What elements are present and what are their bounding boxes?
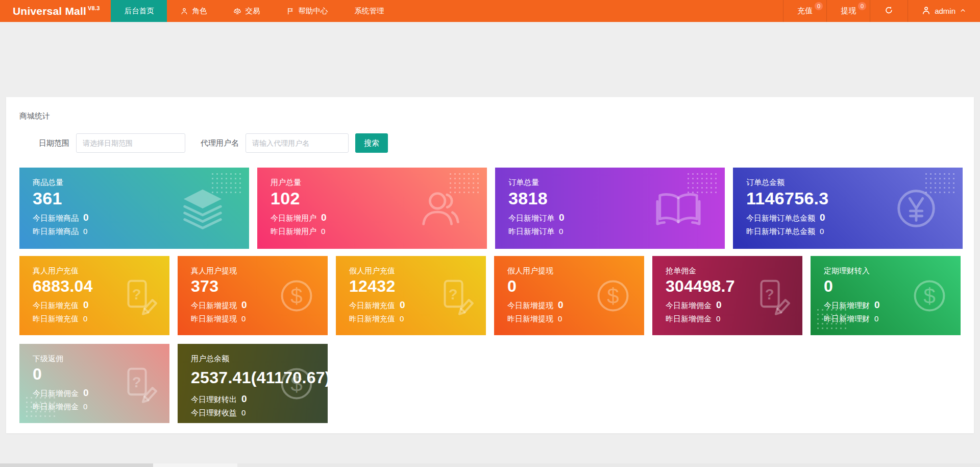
stat-card-value: 102 — [271, 189, 487, 208]
stat-today-value: 0 — [321, 212, 327, 223]
stat-card-title: 订单总量 — [508, 178, 725, 188]
horizontal-scrollbar[interactable] — [0, 463, 980, 467]
nav-item-label: 帮助中心 — [298, 6, 328, 16]
stat-today-value: 0 — [874, 299, 880, 311]
stat-card-sub-rebate: 下级返佣 0 今日新增佣金 0 昨日新增佣金 0 ? — [19, 344, 169, 423]
stat-today-value: 0 — [241, 393, 247, 405]
stat-today-label: 今日新增订单 — [508, 214, 554, 223]
date-range-input[interactable] — [76, 133, 185, 153]
header-actions: 充值 0 提现 0 admin — [783, 0, 980, 22]
stat-card-title: 下级返佣 — [33, 354, 169, 364]
stat-today-label: 今日新增佣金 — [666, 301, 712, 311]
stat-card-value: 373 — [191, 277, 328, 296]
stat-card-users-total: 用户总量 102 今日新增用户 0 昨日新增用户 0 — [257, 168, 487, 249]
withdraw-button[interactable]: 提现 0 — [826, 0, 870, 22]
scrollbar-gap — [153, 463, 237, 467]
nav-item-roles[interactable]: 角色 — [167, 0, 220, 22]
agent-name-input[interactable] — [246, 133, 349, 153]
stat-yesterday-label: 昨日新增充值 — [349, 314, 395, 324]
stat-card-grab-commission: 抢单佣金 304498.7 今日新增佣金 0 昨日新增佣金 0 ? — [652, 256, 802, 335]
user-icon — [180, 7, 188, 15]
stats-panel: 商城统计 日期范围 代理用户名 搜索 商品总量 361 今日新增商品 0 昨日新… — [6, 97, 974, 433]
stat-card-title: 用户总余额 — [191, 354, 328, 364]
stat-card-value: 304498.7 — [666, 277, 802, 296]
nav-item-label: 角色 — [192, 6, 207, 16]
nav-item-label: 系统管理 — [354, 6, 384, 16]
scales-icon — [233, 7, 241, 15]
stat-card-value: 12432 — [349, 277, 486, 296]
nav-item-label: 后台首页 — [124, 6, 154, 16]
stat-card-finance-in: 定期理财转入 0 今日新增理财 0 昨日新增理财 0 $ — [811, 256, 961, 335]
date-range-label: 日期范围 — [39, 138, 69, 148]
stat-card-goods-total: 商品总量 361 今日新增商品 0 昨日新增商品 0 — [19, 168, 249, 249]
agent-name-label: 代理用户名 — [201, 138, 239, 148]
stat-card-title: 假人用户提现 — [507, 266, 644, 276]
stat-card-value: 6883.04 — [33, 277, 169, 296]
user-menu[interactable]: admin — [908, 0, 980, 22]
stat-today-value: 0 — [241, 299, 247, 311]
stat-today-label: 今日理财转出 — [191, 395, 237, 405]
count-badge: 0 — [815, 2, 823, 10]
scrollbar-thumb[interactable] — [0, 463, 153, 467]
stat-yesterday-value: 0 — [83, 402, 87, 411]
stat-today-value: 0 — [83, 299, 89, 311]
stat-card-title: 用户总量 — [271, 178, 487, 188]
stat-yesterday-label: 昨日新增商品 — [33, 227, 79, 237]
stat-yesterday-label: 昨日新增用户 — [271, 227, 316, 237]
stat-yesterday-label: 今日理财收益 — [191, 408, 237, 418]
stat-card-title: 假人用户充值 — [349, 266, 486, 276]
nav-item-system[interactable]: 系统管理 — [341, 0, 397, 22]
stat-yesterday-value: 0 — [874, 314, 878, 323]
stat-cards-row-1: 商品总量 361 今日新增商品 0 昨日新增商品 0 用户总量 102 今日新增… — [19, 168, 961, 249]
stat-card-value: 3818 — [508, 189, 725, 208]
chevron-up-icon — [959, 7, 967, 16]
filter-bar: 日期范围 代理用户名 搜索 — [39, 133, 961, 153]
panel-title: 商城统计 — [19, 111, 961, 121]
stat-today-label: 今日新增提现 — [191, 301, 237, 311]
stat-yesterday-value: 0 — [83, 314, 87, 323]
stat-yesterday-value: 0 — [716, 314, 720, 323]
stat-yesterday-label: 昨日新增提现 — [191, 314, 237, 324]
count-badge: 0 — [858, 2, 866, 10]
top-header: Universal Mall V8.3 后台首页 角色 交易 帮助中心 系统管理… — [0, 0, 980, 22]
stat-card-real-recharge: 真人用户充值 6883.04 今日新增充值 0 昨日新增充值 0 ? — [19, 256, 169, 335]
refresh-icon — [884, 6, 894, 17]
stat-card-title: 真人用户提现 — [191, 266, 328, 276]
stat-card-value: 0 — [824, 277, 961, 296]
brand-name: Universal Mall — [13, 5, 86, 17]
withdraw-label: 提现 — [841, 6, 856, 16]
nav-item-trade[interactable]: 交易 — [220, 0, 273, 22]
stat-yesterday-value: 0 — [558, 314, 562, 323]
stat-card-user-balance: 用户总余额 2537.41(41170.67) 今日理财转出 0 今日理财收益 … — [178, 344, 328, 423]
stat-today-value: 0 — [820, 212, 825, 223]
refresh-button[interactable] — [870, 0, 908, 22]
stat-card-title: 订单总金额 — [746, 178, 963, 188]
stat-cards-row-2: 真人用户充值 6883.04 今日新增充值 0 昨日新增充值 0 ? 真人用户提… — [19, 256, 961, 335]
page-content: 商城统计 日期范围 代理用户名 搜索 商品总量 361 今日新增商品 0 昨日新… — [0, 97, 980, 433]
stat-today-label: 今日新增订单总金额 — [746, 214, 815, 223]
stat-card-real-withdraw: 真人用户提现 373 今日新增提现 0 昨日新增提现 0 $ — [178, 256, 328, 335]
user-icon — [921, 6, 931, 17]
stat-yesterday-value: 0 — [400, 314, 404, 323]
brand-version: V8.3 — [88, 5, 100, 11]
search-button[interactable]: 搜索 — [355, 133, 388, 153]
stat-today-label: 今日新增充值 — [349, 301, 395, 311]
stat-today-value: 0 — [559, 212, 565, 223]
stat-yesterday-value: 0 — [559, 227, 563, 236]
stat-yesterday-label: 昨日新增订单 — [508, 227, 554, 237]
stat-card-title: 真人用户充值 — [33, 266, 169, 276]
nav-item-home[interactable]: 后台首页 — [111, 0, 167, 22]
stat-today-label: 今日新增充值 — [33, 301, 79, 311]
brand-logo[interactable]: Universal Mall V8.3 — [0, 0, 111, 22]
stat-card-orders-amount: 订单总金额 1146756.3 今日新增订单总金额 0 昨日新增订单总金额 0 — [733, 168, 963, 249]
stat-card-title: 抢单佣金 — [666, 266, 802, 276]
stat-yesterday-value: 0 — [321, 227, 325, 236]
stat-card-fake-recharge: 假人用户充值 12432 今日新增充值 0 昨日新增充值 0 ? — [336, 256, 486, 335]
stat-yesterday-label: 昨日新增佣金 — [666, 314, 712, 324]
nav-item-help[interactable]: 帮助中心 — [273, 0, 341, 22]
stat-cards-row-3: 下级返佣 0 今日新增佣金 0 昨日新增佣金 0 ? 用户总余额 2537.41… — [19, 344, 961, 423]
recharge-button[interactable]: 充值 0 — [783, 0, 826, 22]
flag-icon — [286, 7, 295, 15]
stat-card-orders-total: 订单总量 3818 今日新增订单 0 昨日新增订单 0 — [495, 168, 725, 249]
main-nav: 后台首页 角色 交易 帮助中心 系统管理 — [111, 0, 783, 22]
